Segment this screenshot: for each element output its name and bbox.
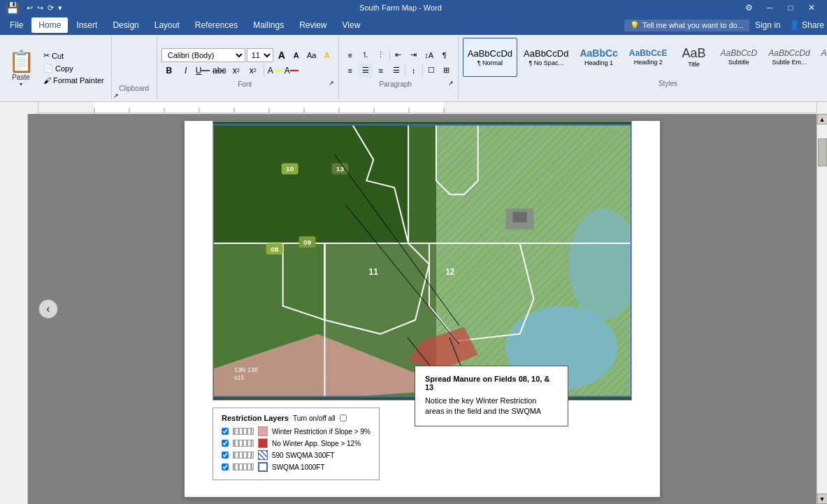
menu-home[interactable]: Home xyxy=(31,17,68,33)
strikethrough-button[interactable]: abc xyxy=(212,64,227,78)
decrease-indent-button[interactable]: ⇤ xyxy=(391,48,405,62)
title-bar-left: 💾 ↩ ↪ ⟳ ▾ xyxy=(6,1,62,15)
turn-on-off-checkbox[interactable] xyxy=(340,415,347,422)
italic-button[interactable]: I xyxy=(178,64,194,78)
svg-rect-31 xyxy=(513,212,527,222)
restore-button[interactable]: □ xyxy=(781,1,800,14)
divider xyxy=(389,50,390,61)
para-row1: ≡ ⒈ ⋮ ⇤ ⇥ ↕A ¶ xyxy=(343,48,454,62)
style-heading2[interactable]: AaBbCcE Heading 2 xyxy=(624,38,673,77)
justify-button[interactable]: ☰ xyxy=(389,64,403,78)
window-controls[interactable]: ⚙ ─ □ ✕ xyxy=(739,1,821,14)
para-row2: ≡ ☰ ≡ ☰ ↕ ☐ ⊞ xyxy=(343,64,454,78)
font-name-select[interactable]: Calibri (Body) xyxy=(161,48,245,62)
settings-icon[interactable]: ⚙ xyxy=(739,1,758,14)
sign-in-link[interactable]: Sign in xyxy=(755,20,781,30)
style-no-spacing[interactable]: AaBbCcDd ¶ No Spac... xyxy=(519,38,573,77)
right-scrollbar: ▲ ▼ xyxy=(817,114,827,504)
para-expand-icon[interactable]: ↗ xyxy=(448,80,454,87)
window-title: South Farm Map - Word xyxy=(62,3,739,12)
svg-text:10: 10 xyxy=(286,165,294,173)
font-color-button[interactable]: A xyxy=(284,64,299,78)
legend-line-1 xyxy=(233,428,254,435)
legend-item-3: 590 SWQMA 300FT xyxy=(222,450,371,460)
style-title[interactable]: AaB Title xyxy=(674,38,714,77)
line-spacing-button[interactable]: ↕ xyxy=(407,64,421,78)
underline-indicator xyxy=(201,70,209,71)
text-effects-button[interactable]: A xyxy=(320,48,334,62)
minimize-button[interactable]: ─ xyxy=(760,1,779,14)
font-expand-icon[interactable]: ↗ xyxy=(329,80,334,87)
style-emphasis[interactable]: AaBbCcDd Emphasis xyxy=(817,38,827,77)
superscript-button[interactable]: x2 xyxy=(245,64,261,78)
nav-arrow-left[interactable]: ‹ xyxy=(38,299,58,319)
para-group-footer: Paragraph ↗ xyxy=(343,79,454,88)
svg-text:12: 12 xyxy=(445,267,455,277)
legend-checkbox-2[interactable] xyxy=(222,440,229,447)
document-page: 10 13 08 09 11 12 13N 13E s15 xyxy=(185,121,660,497)
close-button[interactable]: ✕ xyxy=(802,1,821,14)
menu-mailings[interactable]: Mailings xyxy=(246,17,291,33)
clipboard-group: 📋 Paste ▾ ✂ Cut 📄 Copy 🖌 Format Painter xyxy=(0,36,112,99)
legend-line-4 xyxy=(233,463,254,470)
show-marks-button[interactable]: ¶ xyxy=(438,48,452,62)
borders-button[interactable]: ⊞ xyxy=(440,64,454,78)
clipboard-expand-icon[interactable]: ↗ xyxy=(113,92,155,99)
text-highlight-button[interactable]: A xyxy=(267,64,282,78)
menu-design[interactable]: Design xyxy=(106,17,145,33)
scroll-down-button[interactable]: ▼ xyxy=(817,494,828,504)
align-right-button[interactable]: ≡ xyxy=(374,64,388,78)
style-subtle-em[interactable]: AaBbCcDd Subtle Em... xyxy=(763,38,814,77)
increase-indent-button[interactable]: ⇥ xyxy=(407,48,421,62)
legend-checkbox-3[interactable] xyxy=(222,452,229,459)
share-button[interactable]: 👤 Share xyxy=(789,20,824,30)
menu-file[interactable]: File xyxy=(3,17,30,33)
menu-bar-right: 💡 Tell me what you want to do... Sign in… xyxy=(624,20,824,31)
ruler-corner xyxy=(0,102,38,114)
bold-button[interactable]: B xyxy=(161,64,177,78)
cut-button[interactable]: ✂ Cut xyxy=(41,50,107,62)
sort-button[interactable]: ↕A xyxy=(422,48,436,62)
paste-button[interactable]: 📋 Paste ▾ xyxy=(4,49,38,87)
multilevel-button[interactable]: ⋮ xyxy=(374,48,388,62)
menu-references[interactable]: References xyxy=(188,17,245,33)
ruler-svg xyxy=(38,102,817,113)
vertical-ruler xyxy=(8,117,19,504)
menu-insert[interactable]: Insert xyxy=(69,17,104,33)
callout-area: Spread Manure on Fields 08, 10, & 13 Not… xyxy=(436,408,589,468)
doc-area[interactable]: ‹ xyxy=(28,114,817,504)
style-heading1[interactable]: AaBbCc Heading 1 xyxy=(575,38,622,77)
scroll-thumb[interactable] xyxy=(818,138,827,166)
menu-review[interactable]: Review xyxy=(292,17,333,33)
legend-checkbox-1[interactable] xyxy=(222,428,229,435)
shrink-font-button[interactable]: A xyxy=(289,48,303,62)
font-format-row: B I U abc x2 x2 A A xyxy=(161,64,334,78)
subscript-button[interactable]: x2 xyxy=(229,64,244,78)
bullets-button[interactable]: ≡ xyxy=(343,48,357,62)
numbering-button[interactable]: ⒈ xyxy=(359,48,373,62)
menu-layout[interactable]: Layout xyxy=(148,17,187,33)
align-center-button[interactable]: ☰ xyxy=(359,64,373,78)
scroll-track[interactable] xyxy=(817,124,827,494)
style-normal[interactable]: AaBbCcDd ¶ Normal xyxy=(463,38,517,77)
copy-button[interactable]: 📄 Copy xyxy=(41,62,107,74)
svg-text:09: 09 xyxy=(303,238,312,246)
scroll-up-button[interactable]: ▲ xyxy=(817,114,828,124)
align-left-button[interactable]: ≡ xyxy=(343,64,357,78)
tell-me-input[interactable]: 💡 Tell me what you want to do... xyxy=(624,20,749,31)
menu-view[interactable]: View xyxy=(336,17,368,33)
grow-font-button[interactable]: A xyxy=(275,48,289,62)
legend-checkbox-4[interactable] xyxy=(222,463,229,470)
font-group-footer: Font ↗ xyxy=(161,79,334,88)
format-painter-button[interactable]: 🖌 Format Painter xyxy=(41,75,107,86)
style-subtitle[interactable]: AaBbCcD Subtitle xyxy=(716,38,763,77)
underline-button[interactable]: U xyxy=(195,64,210,78)
ruler-area xyxy=(0,102,827,114)
clear-format-button[interactable]: Aa xyxy=(305,48,319,62)
legend-color-3 xyxy=(258,450,268,460)
font-size-select[interactable]: 11 xyxy=(247,48,273,62)
map-svg: 10 13 08 09 11 12 13N 13E s15 xyxy=(213,122,631,400)
svg-text:08: 08 xyxy=(271,245,279,253)
shading-button[interactable]: ☐ xyxy=(424,64,438,78)
cut-icon: ✂ xyxy=(43,51,50,60)
